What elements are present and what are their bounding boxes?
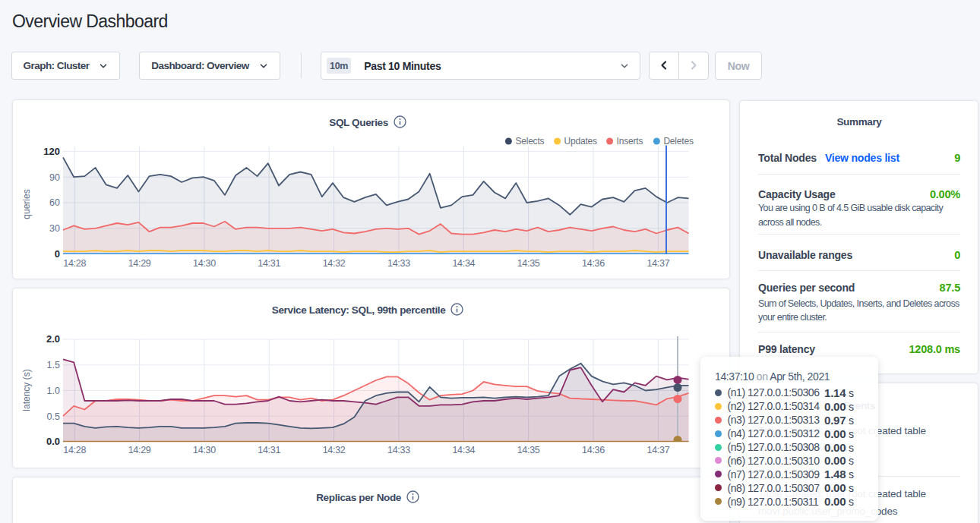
svg-text:60: 60 xyxy=(49,197,60,208)
svg-text:latency (s): latency (s) xyxy=(21,369,32,411)
svg-text:14:31: 14:31 xyxy=(258,257,280,268)
svg-text:Updates: Updates xyxy=(564,136,597,147)
svg-text:14:33: 14:33 xyxy=(387,445,410,455)
svg-text:90: 90 xyxy=(49,172,60,182)
svg-text:14:28: 14:28 xyxy=(63,257,86,268)
svg-text:0: 0 xyxy=(55,247,60,259)
svg-text:14:30: 14:30 xyxy=(193,445,216,455)
svg-text:14:32: 14:32 xyxy=(323,445,346,455)
svg-text:0.5: 0.5 xyxy=(47,411,60,422)
svg-text:1.0: 1.0 xyxy=(47,386,60,396)
svg-text:120: 120 xyxy=(43,145,60,156)
svg-text:14:36: 14:36 xyxy=(582,445,605,455)
svg-text:14:34: 14:34 xyxy=(452,257,475,268)
svg-text:14:35: 14:35 xyxy=(517,445,540,455)
svg-text:14:28: 14:28 xyxy=(63,445,86,455)
svg-text:30: 30 xyxy=(49,223,60,234)
svg-text:14:32: 14:32 xyxy=(323,257,346,268)
svg-text:Deletes: Deletes xyxy=(663,136,693,147)
svg-text:14:29: 14:29 xyxy=(128,445,151,455)
svg-text:2.0: 2.0 xyxy=(46,333,60,345)
svg-text:Inserts: Inserts xyxy=(617,136,643,147)
svg-text:14:29: 14:29 xyxy=(128,257,151,268)
svg-text:14:35: 14:35 xyxy=(517,257,540,268)
svg-text:queries: queries xyxy=(21,189,32,219)
svg-text:14:33: 14:33 xyxy=(387,257,410,268)
svg-text:14:34: 14:34 xyxy=(452,445,475,455)
svg-text:14:31: 14:31 xyxy=(258,445,280,455)
svg-text:14:36: 14:36 xyxy=(582,257,605,268)
svg-text:0.0: 0.0 xyxy=(46,436,60,447)
svg-text:Selects: Selects xyxy=(515,136,544,147)
svg-text:14:37: 14:37 xyxy=(647,445,670,455)
svg-text:40: 40 xyxy=(49,520,60,523)
svg-text:14:37: 14:37 xyxy=(647,257,670,268)
svg-text:1.5: 1.5 xyxy=(47,360,60,370)
svg-text:14:30: 14:30 xyxy=(193,257,216,268)
